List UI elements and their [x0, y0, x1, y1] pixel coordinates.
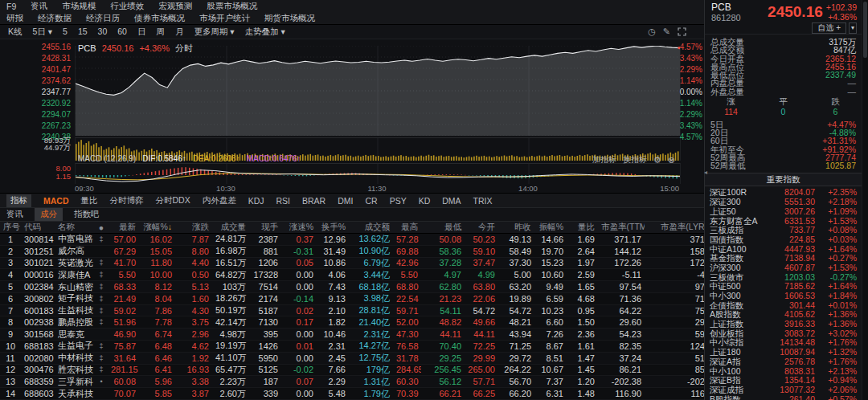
- column-header-2[interactable]: 名称: [55, 222, 95, 233]
- column-header-18[interactable]: 市盈率(TTM): [598, 222, 645, 233]
- scrollbar-thumb[interactable]: [863, 2, 867, 58]
- index-row[interactable]: 上证503007.26+1.09%: [705, 207, 862, 217]
- column-header-11[interactable]: 成交额: [349, 222, 393, 233]
- column-header-12[interactable]: 最高: [393, 222, 421, 233]
- period-button[interactable]: 更多周期 ▾: [194, 27, 234, 38]
- column-header-10[interactable]: 换手%: [317, 222, 349, 233]
- indicator-tab-DMI[interactable]: DMI: [338, 196, 353, 206]
- index-row[interactable]: B股指数261.40+0.57%: [705, 395, 862, 400]
- macd-chart-canvas[interactable]: [75, 163, 681, 185]
- menu-item[interactable]: 股票市场概况: [207, 1, 257, 12]
- fullscreen-icon[interactable]: [678, 27, 686, 36]
- indicator-tab-BRAR[interactable]: BRAR: [302, 196, 326, 206]
- close-icon[interactable]: ⊗: [668, 155, 675, 165]
- indicator-tab-内外盘差[interactable]: 内外盘差: [203, 195, 236, 206]
- switch-indicator-button[interactable]: 换指标: [623, 154, 647, 165]
- indicator-tab-指标[interactable]: 指标: [6, 194, 31, 207]
- content-tab-资讯[interactable]: 资讯: [6, 209, 23, 220]
- column-header-19[interactable]: 市盈率(LYR): [645, 222, 704, 233]
- table-row[interactable]: 12300476胜宏科技‡281.156.4116.9365.47万5125-0…: [0, 365, 704, 377]
- table-row[interactable]: 2301251威尔高67.2915.058.8016.98万881-0.3131…: [0, 246, 704, 258]
- menu-item[interactable]: 研报: [6, 13, 23, 24]
- indicator-tab-KDJ[interactable]: KDJ: [248, 196, 264, 206]
- column-header-3[interactable]: ●: [95, 222, 108, 232]
- indicator-tab-PSY[interactable]: PSY: [390, 196, 407, 206]
- column-header-7[interactable]: 成交量: [212, 222, 249, 233]
- indicator-tab-分时DDX[interactable]: 分时DDX: [156, 195, 190, 206]
- collapse-panel-handle[interactable]: ◂: [704, 169, 707, 177]
- period-button[interactable]: 5: [63, 27, 68, 38]
- indicator-tab-CR[interactable]: CR: [365, 196, 377, 206]
- add-indicator-button[interactable]: 加指标: [592, 154, 616, 165]
- column-header-9[interactable]: 涨速%: [281, 222, 317, 233]
- add-watchlist-button[interactable]: 自选 +: [812, 22, 846, 34]
- menu-item[interactable]: 行业绩效: [110, 1, 144, 12]
- index-row[interactable]: 沪深3004607.87+1.53%: [705, 263, 862, 273]
- column-header-8[interactable]: 现手: [249, 222, 281, 233]
- index-change-pct: +2.06%: [815, 386, 857, 395]
- table-row[interactable]: 11002080中材科技‡31.646.461.9241.10万59500.00…: [0, 353, 704, 365]
- menu-item[interactable]: 债券市场概况: [134, 13, 185, 24]
- indicator-tab-MACD[interactable]: MACD: [43, 196, 69, 206]
- indicator-tab-分时博弈[interactable]: 分时博弈: [110, 195, 144, 206]
- table-row[interactable]: 3301021英诺激光‡41.7011.804.4016.51万12060.05…: [0, 258, 704, 270]
- draw-icon[interactable]: ✎: [663, 27, 670, 37]
- column-header-13[interactable]: 最低: [421, 222, 465, 233]
- column-header-15[interactable]: 昨收: [498, 222, 534, 233]
- table-row[interactable]: 14688603天承科技70.075.853.872.60万3390.005.4…: [0, 388, 704, 400]
- period-button[interactable]: 周: [156, 27, 165, 38]
- menu-item[interactable]: 经济日历: [86, 13, 120, 24]
- menu-item[interactable]: 经济数据: [38, 13, 72, 24]
- period-button[interactable]: 15: [78, 27, 88, 38]
- table-cell: 13: [0, 377, 21, 386]
- column-header-17[interactable]: 量比: [567, 222, 598, 233]
- column-header-5[interactable]: 涨幅%↓: [139, 222, 175, 233]
- table-cell: 68.18亿: [349, 281, 393, 292]
- index-row[interactable]: 国债指数224.85+0.03%: [705, 235, 862, 245]
- content-tab-成分[interactable]: 成分: [35, 208, 63, 221]
- period-button[interactable]: K线: [8, 27, 23, 38]
- table-row[interactable]: 4000016深康佳A‡5.5010.000.5064.82万173280.00…: [0, 269, 704, 281]
- indicator-tab-量比[interactable]: 量比: [81, 195, 98, 206]
- period-button[interactable]: 日: [137, 27, 146, 38]
- watchlist-dropdown[interactable]: ▾: [849, 22, 857, 34]
- period-button[interactable]: 走势叠加 ▾: [245, 27, 285, 38]
- menu-item[interactable]: 期货市场概况: [264, 13, 315, 24]
- table-row[interactable]: 13688359三孚新科•60.085.963.382.23万1870.072.…: [0, 376, 704, 388]
- table-row[interactable]: 7600183生益科技‡59.027.864.3050.19万51870.022…: [0, 305, 704, 317]
- table-row[interactable]: 1300814中富电路‡57.0016.027.8724.81万23870.37…: [0, 234, 704, 246]
- price-chart-canvas[interactable]: [75, 46, 681, 136]
- indicator-tab-TRIX[interactable]: TRIX: [473, 196, 493, 206]
- gear-icon[interactable]: ⚙: [653, 155, 661, 165]
- column-header-0[interactable]: 序号: [0, 222, 21, 233]
- index-row[interactable]: 深证A指2576.78+1.76%: [705, 357, 862, 367]
- period-button[interactable]: 月: [175, 27, 184, 38]
- indicator-tab-KD[interactable]: KD: [419, 196, 431, 206]
- index-row[interactable]: 上证指数3916.33+1.36%: [705, 320, 862, 329]
- index-row[interactable]: 中小3001606.53+1.84%: [705, 292, 862, 301]
- indicator-tab-DMA[interactable]: DMA: [442, 196, 461, 206]
- indicator-tab-RSI[interactable]: RSI: [276, 196, 291, 206]
- menu-item[interactable]: 宏观预测: [158, 1, 192, 12]
- table-row[interactable]: 8002938鹏鼎控股‡51.967.783.7542.14万71300.171…: [0, 316, 704, 329]
- index-row[interactable]: 深证成指13077.32+2.06%: [705, 386, 862, 395]
- content-tab-指数吧[interactable]: 指数吧: [74, 209, 100, 220]
- table-row[interactable]: 6300802矩子科技‡21.498.041.6018.26万2174-0.14…: [0, 293, 704, 305]
- advance-decline-value: 6: [809, 108, 862, 116]
- column-header-6[interactable]: 涨跌: [175, 222, 212, 233]
- column-header-14[interactable]: 今开: [465, 222, 498, 233]
- period-button[interactable]: 5日 ▾: [33, 27, 53, 38]
- table-row[interactable]: 10688183生益电子‡75.876.484.6219.19万14260.01…: [0, 341, 704, 353]
- table-row[interactable]: 9301568思泰克46.906.742.964.98万3950.0010.46…: [0, 329, 704, 341]
- menu-item[interactable]: 资讯: [31, 1, 47, 12]
- period-button[interactable]: 30: [98, 27, 108, 38]
- period-button[interactable]: 60: [117, 27, 127, 38]
- table-row[interactable]: 5002384东山精密‡68.338.125.13103万75140.007.4…: [0, 281, 704, 293]
- column-header-1[interactable]: 代码: [21, 222, 55, 233]
- menu-item[interactable]: F9: [6, 2, 16, 11]
- column-header-4[interactable]: 最新: [108, 222, 139, 233]
- clock-icon[interactable]: ◷: [648, 27, 656, 37]
- menu-item[interactable]: 市场开户统计: [199, 13, 250, 24]
- column-header-16[interactable]: 振幅%: [534, 222, 567, 233]
- menu-item[interactable]: 市场规模: [62, 1, 96, 12]
